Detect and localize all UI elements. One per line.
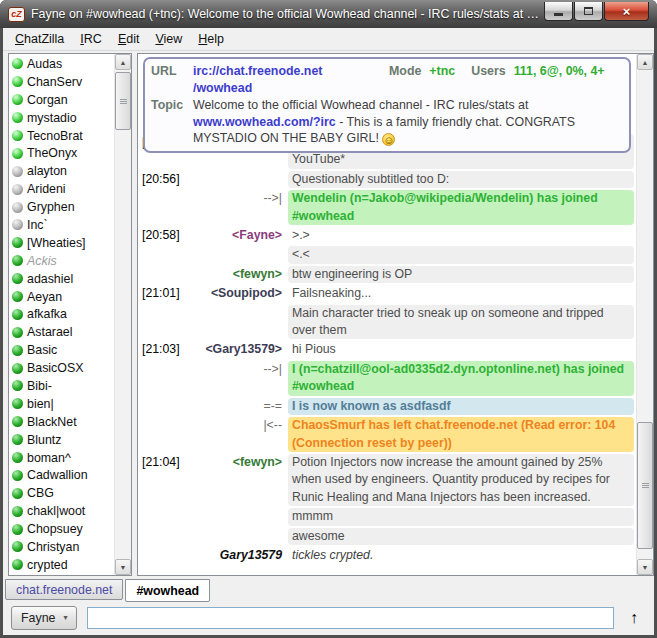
user-nickname: Chopsuey bbox=[27, 522, 83, 536]
main-area: AudasChanServCorganmystadioTecnoBratTheO… bbox=[3, 51, 654, 578]
window-body: ChatZillaIRCEditViewHelp AudasChanServCo… bbox=[3, 28, 654, 635]
user-status-icon bbox=[12, 273, 23, 284]
minimize-button[interactable] bbox=[544, 2, 573, 21]
user-list-item[interactable]: Chopsuey bbox=[9, 520, 114, 538]
menu-chatzilla[interactable]: ChatZilla bbox=[7, 30, 72, 48]
user-list-item[interactable]: BlackNet bbox=[9, 413, 114, 431]
user-list-item[interactable]: ChanServ bbox=[9, 73, 114, 91]
header-url-row: URL irc://chat.freenode.net /wowhead Mod… bbox=[151, 63, 621, 96]
user-nickname: TecnoBrat bbox=[27, 129, 83, 143]
user-status-icon bbox=[12, 345, 23, 356]
channel-header: URL irc://chat.freenode.net /wowhead Mod… bbox=[143, 57, 631, 153]
input-bar: Fayne ▾ ↑ bbox=[3, 603, 654, 635]
user-list-item[interactable]: CBG bbox=[9, 484, 114, 502]
title-bar[interactable]: cZ Fayne on #wowhead (+tnc): Welcome to … bbox=[0, 0, 657, 28]
users-label: Users bbox=[471, 63, 505, 80]
user-list-item[interactable]: TecnoBrat bbox=[9, 127, 114, 145]
userlist-scroll-thumb[interactable] bbox=[115, 72, 131, 130]
scroll-up-button[interactable]: ▲ bbox=[115, 54, 131, 70]
user-list-item[interactable]: mystadio bbox=[9, 109, 114, 127]
message-timestamp bbox=[142, 547, 188, 564]
user-list-item[interactable]: Astarael bbox=[9, 323, 114, 341]
user-nickname: Christyan bbox=[27, 540, 79, 554]
user-list-item[interactable]: bien| bbox=[9, 395, 114, 413]
user-list-item[interactable]: Corgan bbox=[9, 91, 114, 109]
restore-taskbar-icon[interactable]: ↑ bbox=[624, 610, 644, 626]
user-list-item[interactable]: alayton bbox=[9, 162, 114, 180]
user-status-icon bbox=[12, 524, 23, 535]
message-text: Main character tried to sneak up on some… bbox=[288, 305, 634, 340]
message-timestamp bbox=[142, 305, 188, 340]
message-row: <fewyn>btw engineering is OP bbox=[142, 266, 634, 283]
user-list-item[interactable]: Cadwallion bbox=[9, 466, 114, 484]
menu-view[interactable]: View bbox=[147, 30, 190, 48]
topic-link[interactable]: www.wowhead.com/?irc bbox=[193, 115, 336, 129]
url-line1[interactable]: irc://chat.freenode.net bbox=[193, 63, 389, 80]
user-list-item[interactable]: Ackis bbox=[9, 252, 114, 270]
user-list-item[interactable]: Audas bbox=[9, 55, 114, 73]
user-list-item[interactable]: Inc` bbox=[9, 216, 114, 234]
channel-url-link[interactable]: irc://chat.freenode.net /wowhead bbox=[193, 63, 389, 96]
user-list-item[interactable]: Aeyan bbox=[9, 288, 114, 306]
user-list-item[interactable]: Gryphen bbox=[9, 198, 114, 216]
chat-scrollbar[interactable]: ▲ ▼ bbox=[636, 54, 653, 575]
user-nickname: Astarael bbox=[27, 325, 72, 339]
user-status-icon bbox=[12, 452, 23, 463]
user-list-item[interactable]: afkafka bbox=[9, 305, 114, 323]
message-row: [21:03]<Gary13579>hi Pious bbox=[142, 341, 634, 358]
header-topic-row: Topic Welcome to the official Wowhead ch… bbox=[151, 97, 621, 147]
user-status-icon bbox=[12, 416, 23, 427]
menu-edit[interactable]: Edit bbox=[110, 30, 148, 48]
chat-scroll-down-button[interactable]: ▼ bbox=[637, 559, 653, 575]
user-status-icon bbox=[12, 148, 23, 159]
menu-bar: ChatZillaIRCEditViewHelp bbox=[3, 28, 654, 51]
user-status-icon bbox=[12, 76, 23, 87]
message-row: |<--ChaosSmurf has left chat.freenode.ne… bbox=[142, 417, 634, 452]
user-list-item[interactable]: TheOnyx bbox=[9, 144, 114, 162]
topic-text-pre: Welcome to the official Wowhead channel … bbox=[193, 98, 528, 112]
user-list-item[interactable]: boman^ bbox=[9, 449, 114, 467]
message-row: <.< bbox=[142, 246, 634, 263]
tab--wowhead[interactable]: #wowhead bbox=[125, 579, 210, 602]
user-list-item[interactable]: adashiel bbox=[9, 270, 114, 288]
user-list-item[interactable]: Basic bbox=[9, 341, 114, 359]
userlist-scroll-track[interactable] bbox=[115, 70, 131, 559]
user-status-icon bbox=[12, 488, 23, 499]
scroll-down-button[interactable]: ▼ bbox=[115, 559, 131, 575]
message-nick: <fewyn> bbox=[188, 266, 284, 283]
action-nick: Gary13579 bbox=[188, 547, 284, 564]
menu-help[interactable]: Help bbox=[190, 30, 232, 48]
user-list-item[interactable]: crypted bbox=[9, 556, 114, 574]
user-status-icon bbox=[12, 309, 23, 320]
maximize-button[interactable] bbox=[574, 2, 603, 21]
message-timestamp bbox=[142, 528, 188, 545]
user-list-item[interactable]: BasicOSX bbox=[9, 359, 114, 377]
message-text: ChaosSmurf has left chat.freenode.net (R… bbox=[288, 417, 634, 452]
user-list-item[interactable]: chakl|woot bbox=[9, 502, 114, 520]
message-input[interactable] bbox=[87, 607, 614, 629]
nick-button[interactable]: Fayne ▾ bbox=[11, 606, 77, 630]
user-status-icon bbox=[12, 130, 23, 141]
chat-scroll-up-button[interactable]: ▲ bbox=[637, 54, 653, 70]
user-list-item[interactable]: Arideni bbox=[9, 180, 114, 198]
userlist-scrollbar[interactable]: ▲ ▼ bbox=[114, 54, 131, 575]
user-status-icon bbox=[12, 470, 23, 481]
message-text: awesome bbox=[288, 528, 634, 545]
menu-irc[interactable]: IRC bbox=[72, 30, 110, 48]
user-nickname: BasicOSX bbox=[27, 361, 83, 375]
user-nickname: Arideni bbox=[27, 182, 66, 196]
chat-scroll-thumb[interactable] bbox=[637, 422, 653, 549]
tab-chat-freenode-net[interactable]: chat.freenode.net bbox=[5, 579, 123, 600]
user-list-item[interactable]: [Wheaties] bbox=[9, 234, 114, 252]
chevron-down-icon: ▾ bbox=[63, 613, 67, 622]
scroll-up-icon: ▲ bbox=[120, 59, 127, 66]
user-nickname: Audas bbox=[27, 57, 62, 71]
user-list-item[interactable]: Bibi- bbox=[9, 377, 114, 395]
url-line2[interactable]: /wowhead bbox=[193, 80, 389, 97]
chat-scroll-track[interactable] bbox=[637, 70, 653, 559]
close-button[interactable]: × bbox=[604, 2, 649, 21]
message-timestamp: [21:04] bbox=[142, 454, 188, 506]
user-list-item[interactable]: Bluntz bbox=[9, 431, 114, 449]
user-list-item[interactable]: Christyan bbox=[9, 538, 114, 556]
user-nickname: [Wheaties] bbox=[27, 236, 86, 250]
